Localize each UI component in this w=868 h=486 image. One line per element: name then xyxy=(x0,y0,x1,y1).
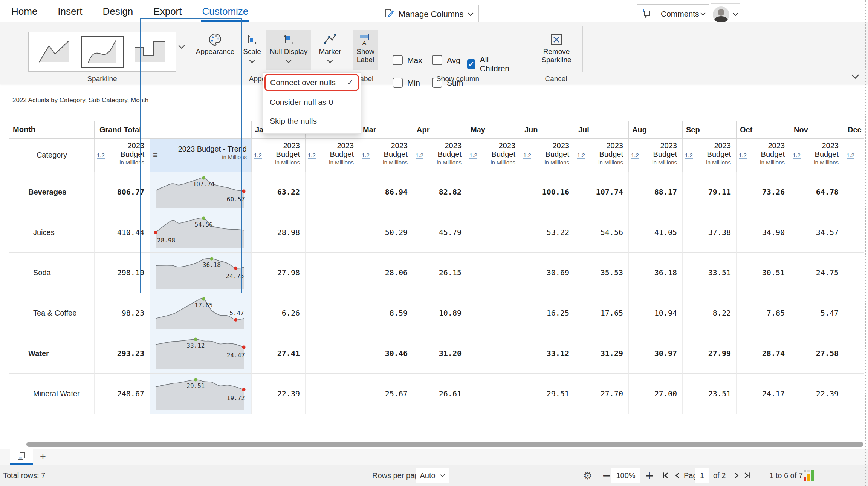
sparkline-cell-beverages[interactable]: 107.7460.57 xyxy=(150,172,251,212)
value-cell-beverages-dec-clipped xyxy=(844,172,864,212)
checkbox-avg[interactable]: ✓Avg xyxy=(432,55,460,65)
measure-header-mar[interactable]: 1.22023Budgetin Millions xyxy=(359,139,413,172)
measure-header-dec[interactable]: 1.2 xyxy=(844,139,864,172)
measure-header-nov[interactable]: 1.22023Budgetin Millions xyxy=(790,139,844,172)
show-label-button[interactable]: A Show Label xyxy=(353,30,378,70)
checkbox-max[interactable]: ✓Max xyxy=(393,55,422,65)
drag-handle-icon[interactable]: ≡ xyxy=(153,150,158,160)
column-header-grand-total[interactable]: Grand Total xyxy=(94,121,251,139)
value-cell-beverages-jan: 63.22 xyxy=(251,172,305,212)
measure-header-sep[interactable]: 1.22023Budgetin Millions xyxy=(682,139,736,172)
menu-tab-home[interactable]: Home xyxy=(11,6,38,22)
zoom-in-button[interactable]: + xyxy=(645,465,654,486)
measure-header-feb[interactable]: 1.22023Budgetin Millions xyxy=(305,139,359,172)
row-header-soda[interactable]: Soda xyxy=(9,253,94,293)
menu-item-connect-over-nulls[interactable]: Connect over nulls✓ xyxy=(266,75,358,90)
checkbox-box-min[interactable]: ✓ xyxy=(393,78,403,88)
add-comment-icon[interactable] xyxy=(637,5,657,23)
value-cell-mineral-water-may xyxy=(467,374,521,414)
value-cell-tea-coffee-dec-clipped xyxy=(844,293,864,333)
sparkline-style-step[interactable] xyxy=(129,36,171,68)
previous-page-button[interactable] xyxy=(674,465,682,486)
column-header-aug[interactable]: Aug xyxy=(628,121,682,139)
sparkline-cell-tea-coffee[interactable]: 17.655.47 xyxy=(150,293,251,333)
measure-header-aug[interactable]: 1.22023Budgetin Millions xyxy=(628,139,682,172)
column-header-oct[interactable]: Oct xyxy=(736,121,790,139)
measure-header-jul[interactable]: 1.22023Budgetin Millions xyxy=(575,139,628,172)
scale-button[interactable]: Scale xyxy=(240,30,264,70)
measure-header-jun[interactable]: 1.22023Budgetin Millions xyxy=(521,139,575,172)
measure-header: 2023Budgetin Millions xyxy=(760,141,785,166)
sparkline-cell-mineral-water[interactable]: 29.5119.72 xyxy=(150,374,251,414)
settings-gear-icon[interactable]: ⚙ xyxy=(583,465,592,486)
rows-per-page-select[interactable]: Auto xyxy=(416,468,449,483)
column-header-jun[interactable]: Jun xyxy=(521,121,575,139)
numeric-format-icon: 1.2 xyxy=(362,152,370,159)
checkbox-box-all-children[interactable]: ✓ xyxy=(467,59,475,69)
menu-tab-export[interactable]: Export xyxy=(153,6,182,22)
comments-button[interactable]: Comments xyxy=(637,4,709,24)
add-sheet-button[interactable]: + xyxy=(35,449,51,465)
checkbox-box-max[interactable]: ✓ xyxy=(393,55,403,65)
measure-header-apr[interactable]: 1.22023Budgetin Millions xyxy=(413,139,467,172)
column-axis-header[interactable]: Month xyxy=(9,121,94,139)
measure-header: 2023Budgetin Millions xyxy=(329,141,354,166)
sparkline-style-smooth-selected[interactable] xyxy=(81,36,124,68)
row-header-water[interactable]: Water xyxy=(9,333,94,374)
value-cell-mineral-water-apr: 26.61 xyxy=(413,374,467,414)
column-header-dec[interactable]: Dec xyxy=(844,121,864,139)
remove-sparkline-button[interactable]: Remove Sparkline xyxy=(532,30,581,70)
measure-header-may[interactable]: 1.22023Budgetin Millions xyxy=(467,139,521,172)
sparkline-cell-water[interactable]: 33.1224.47 xyxy=(150,333,251,374)
next-page-button[interactable] xyxy=(732,465,740,486)
last-page-button[interactable] xyxy=(743,465,751,486)
column-header-jul[interactable]: Jul xyxy=(575,121,628,139)
sparkline-cell-juices[interactable]: 54.5628.98 xyxy=(150,212,251,253)
max-marker-dot xyxy=(210,257,213,261)
sparkline-chart: 33.1224.47 xyxy=(150,333,251,374)
value-cell-soda-jul: 35.53 xyxy=(575,253,628,293)
sheet-tab-active[interactable] xyxy=(10,449,33,465)
menu-item-consider-null-as-0[interactable]: Consider null as 0 xyxy=(263,93,361,112)
manage-columns-button[interactable]: Manage Columns xyxy=(379,5,479,24)
marker-button[interactable]: Marker xyxy=(314,30,346,70)
sparkline-cell-soda[interactable]: 36.1824.75 xyxy=(150,253,251,293)
null-display-label: Null Display xyxy=(270,48,307,56)
column-header-apr[interactable]: Apr xyxy=(413,121,467,139)
null-display-button[interactable]: Null Display xyxy=(266,30,311,70)
menu-item-skip-the-nulls[interactable]: Skip the nulls xyxy=(263,112,361,130)
menu-tab-customize[interactable]: Customize xyxy=(201,6,249,22)
measure-header-jan[interactable]: 1.22023Budgetin Millions xyxy=(251,139,305,172)
row-header-mineral-water[interactable]: Mineral Water xyxy=(9,374,94,414)
column-header-may[interactable]: May xyxy=(467,121,521,139)
page-number-input[interactable]: 1 xyxy=(695,468,709,483)
menu-tab-design[interactable]: Design xyxy=(102,6,134,22)
column-header-budget-trend-selected[interactable]: ≡2023 Budget - Trendin Millions xyxy=(150,139,251,172)
checkbox-all-children[interactable]: ✓All Children xyxy=(467,55,511,73)
collapse-ribbon-icon[interactable] xyxy=(851,74,860,81)
sparkline-style-line[interactable] xyxy=(33,36,75,68)
checkbox-min[interactable]: ✓Min xyxy=(393,78,420,88)
appearance-button[interactable]: Appearance xyxy=(192,30,238,70)
menu-tab-insert[interactable]: Insert xyxy=(57,6,83,22)
horizontal-scrollbar[interactable] xyxy=(26,442,863,447)
row-axis-header[interactable]: Category xyxy=(9,139,94,172)
palette-icon xyxy=(208,32,222,48)
measure-header-oct[interactable]: 1.22023Budgetin Millions xyxy=(736,139,790,172)
gallery-more-icon[interactable] xyxy=(178,44,185,51)
column-header-sep[interactable]: Sep xyxy=(682,121,736,139)
value-cell-soda-may xyxy=(467,253,521,293)
first-page-button[interactable] xyxy=(662,465,670,486)
checkbox-box-avg[interactable]: ✓ xyxy=(432,55,442,65)
value-cell-water-apr: 31.20 xyxy=(413,333,467,374)
row-header-tea-coffee[interactable]: Tea & Coffee xyxy=(9,293,94,333)
zoom-level-value[interactable]: 100% xyxy=(611,468,640,483)
row-header-juices[interactable]: Juices xyxy=(9,212,94,253)
zoom-out-button[interactable]: − xyxy=(602,465,611,486)
comments-label[interactable]: Comments xyxy=(657,9,709,18)
menu-item-label: Skip the nulls xyxy=(270,117,317,126)
measure-header-grand-total[interactable]: 1.22023Budgetin Millions xyxy=(94,139,150,172)
column-header-mar[interactable]: Mar xyxy=(359,121,413,139)
row-header-beverages[interactable]: Beverages xyxy=(9,172,94,212)
column-header-nov[interactable]: Nov xyxy=(790,121,844,139)
